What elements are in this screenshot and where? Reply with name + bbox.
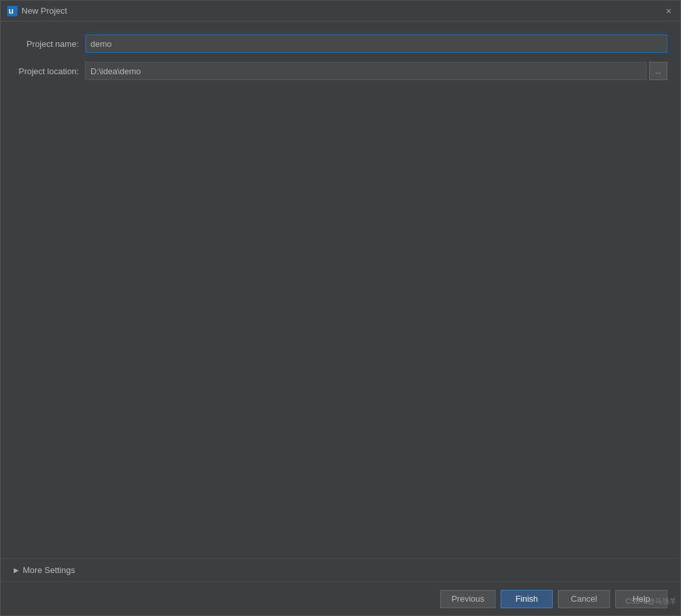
location-input-group: ... <box>85 62 667 80</box>
project-location-input[interactable] <box>85 62 646 80</box>
app-icon: u <box>7 6 18 16</box>
browse-button[interactable]: ... <box>649 62 667 80</box>
cancel-button[interactable]: Cancel <box>558 590 610 608</box>
content-area: Project name: Project location: ... <box>1 21 680 558</box>
more-settings-arrow-icon: ▶ <box>14 567 19 574</box>
new-project-dialog: u New Project × Project name: Project lo… <box>0 0 681 616</box>
more-settings-label: More Settings <box>23 565 75 575</box>
help-button[interactable]: Help <box>615 590 667 608</box>
previous-button[interactable]: Previous <box>440 590 495 608</box>
footer: Previous Finish Cancel Help <box>1 581 680 615</box>
dialog-title: New Project <box>21 6 663 16</box>
project-name-label: Project name: <box>14 39 85 49</box>
title-bar: u New Project × <box>1 1 680 21</box>
close-button[interactable]: × <box>663 6 674 16</box>
finish-button[interactable]: Finish <box>501 590 553 608</box>
project-name-input[interactable] <box>85 35 667 53</box>
project-name-row: Project name: <box>14 35 667 53</box>
project-location-row: Project location: ... <box>14 62 667 80</box>
project-location-label: Project location: <box>14 66 85 76</box>
content-spacer <box>14 89 667 552</box>
svg-text:u: u <box>8 6 14 16</box>
more-settings-row[interactable]: ▶ More Settings <box>1 558 680 581</box>
